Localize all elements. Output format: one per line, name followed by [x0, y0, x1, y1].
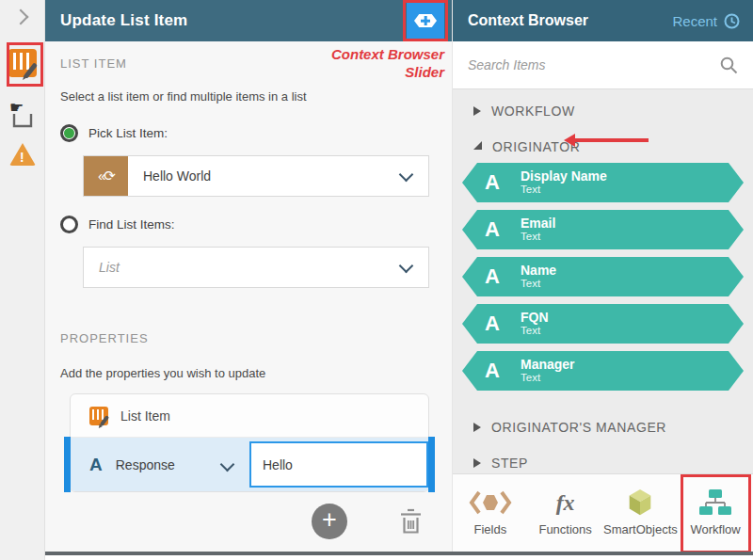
- panel-header: Update List Item: [45, 0, 452, 41]
- annotation-label-slider: Context Browser Slider: [331, 45, 444, 81]
- property-row-response-selected[interactable]: A Response: [71, 438, 428, 491]
- tab-functions[interactable]: fx Functions: [528, 474, 603, 552]
- response-value-input[interactable]: [249, 441, 428, 488]
- context-browser-header: Context Browser Recent: [453, 0, 753, 41]
- smartobject-item-icon: «⟳: [84, 156, 128, 196]
- clock-icon[interactable]: [724, 13, 740, 29]
- search-bar: [453, 41, 753, 89]
- text-a-icon: A: [485, 217, 507, 242]
- text-a-icon: A: [485, 264, 507, 289]
- find-radio-label: Find List Items:: [88, 217, 175, 232]
- tab-workflow[interactable]: Workflow: [678, 474, 753, 552]
- trash-icon: [398, 507, 424, 536]
- properties-heading: PROPERTIES: [60, 331, 429, 345]
- update-list-item-panel: Update List Item Context Browser Slider …: [45, 0, 452, 560]
- chevron-down-icon: [399, 168, 414, 183]
- chevron-down-icon: [399, 259, 414, 274]
- list-pencil-icon: [89, 407, 108, 425]
- hand-select-icon: ☛: [8, 98, 37, 130]
- properties-list: List Item A Response: [70, 393, 429, 492]
- property-row-label: Response: [116, 457, 175, 472]
- pick-list-dropdown[interactable]: «⟳ Hello World: [83, 155, 429, 197]
- toolbar-warning-button[interactable]: [0, 143, 45, 166]
- properties-description: Add the properties you wish to update: [60, 366, 429, 380]
- expand-panel-chevron-icon[interactable]: [13, 9, 29, 25]
- fx-icon: fx: [556, 489, 575, 516]
- find-list-dropdown[interactable]: List: [83, 247, 429, 288]
- collapsed-triangle-icon: [473, 458, 481, 468]
- panel-title: Update List Item: [60, 11, 187, 30]
- tree-section-step[interactable]: STEP: [453, 447, 753, 473]
- delete-property-button[interactable]: [398, 507, 424, 536]
- text-a-icon: A: [485, 359, 507, 383]
- pick-list-item-radio-row[interactable]: Pick List Item:: [60, 124, 429, 142]
- tree-section-originator[interactable]: ORIGINATOR: [453, 131, 753, 163]
- context-field-manager[interactable]: A Manager Text: [462, 351, 744, 391]
- tab-fields[interactable]: Fields: [453, 474, 528, 552]
- hexagon-plus-icon: [414, 14, 437, 27]
- text-a-icon: A: [485, 170, 507, 195]
- workflow-designer-window: ☛ Update List Item Context Browser Slide…: [0, 0, 753, 560]
- property-row-label: List Item: [120, 408, 170, 424]
- toolbar-update-list-item-button[interactable]: [0, 49, 45, 77]
- property-row-list-item[interactable]: List Item: [71, 394, 428, 438]
- panel-body: Context Browser Slider LIST ITEM Select …: [45, 41, 452, 552]
- context-browser-footer: Fields fx Functions SmartObjects: [453, 473, 753, 552]
- tree-section-workflow[interactable]: WORKFLOW: [453, 95, 753, 127]
- pick-radio-label: Pick List Item:: [88, 126, 168, 140]
- context-browser-panel: Context Browser Recent WORKFLOW ORIGINA: [452, 0, 753, 552]
- properties-actions: +: [60, 504, 429, 539]
- list-pencil-icon: [8, 49, 37, 77]
- tree-section-originators-manager[interactable]: ORIGINATOR'S MANAGER: [453, 411, 753, 443]
- context-field-display-name[interactable]: A Display Name Text: [462, 163, 744, 202]
- context-browser-title: Context Browser: [468, 12, 672, 29]
- text-a-icon: A: [89, 455, 103, 475]
- pick-radio-selected[interactable]: [60, 124, 78, 142]
- originator-fields: A Display Name Text A Email Text A: [462, 163, 744, 391]
- add-property-button[interactable]: +: [312, 504, 347, 539]
- context-field-email[interactable]: A Email Text: [462, 210, 744, 249]
- chevron-down-icon[interactable]: [220, 457, 235, 472]
- pick-list-dropdown-value: Hello World: [143, 168, 211, 184]
- cube-icon: [625, 489, 655, 516]
- context-browser-slider-button[interactable]: [407, 3, 444, 39]
- search-icon[interactable]: [720, 56, 738, 74]
- org-chart-icon: [698, 489, 732, 516]
- warning-triangle-icon: [9, 143, 36, 166]
- fields-hexagon-icon: [469, 489, 512, 516]
- window-bottom-edge: [45, 552, 753, 555]
- tab-smartobjects[interactable]: SmartObjects: [603, 474, 679, 552]
- collapsed-triangle-icon: [473, 106, 481, 116]
- find-radio-unselected[interactable]: [60, 216, 78, 233]
- list-item-description: Select a list item or find multiple item…: [60, 89, 429, 104]
- collapsed-triangle-icon: [473, 423, 481, 432]
- left-toolbar: ☛: [0, 0, 45, 560]
- find-list-items-radio-row[interactable]: Find List Items:: [60, 216, 429, 233]
- toolbar-hand-select-button[interactable]: ☛: [0, 98, 45, 130]
- search-input[interactable]: [468, 57, 720, 72]
- context-field-name[interactable]: A Name Text: [462, 257, 744, 296]
- text-a-icon: A: [485, 312, 507, 336]
- find-list-dropdown-placeholder: List: [99, 260, 120, 275]
- context-field-fqn[interactable]: A FQN Text: [462, 304, 744, 344]
- context-tree: WORKFLOW ORIGINATOR A Display Name Text …: [453, 89, 753, 473]
- expanded-triangle-icon: [473, 141, 482, 150]
- recent-link[interactable]: Recent: [672, 13, 717, 29]
- svg-text:☛: ☛: [9, 98, 24, 117]
